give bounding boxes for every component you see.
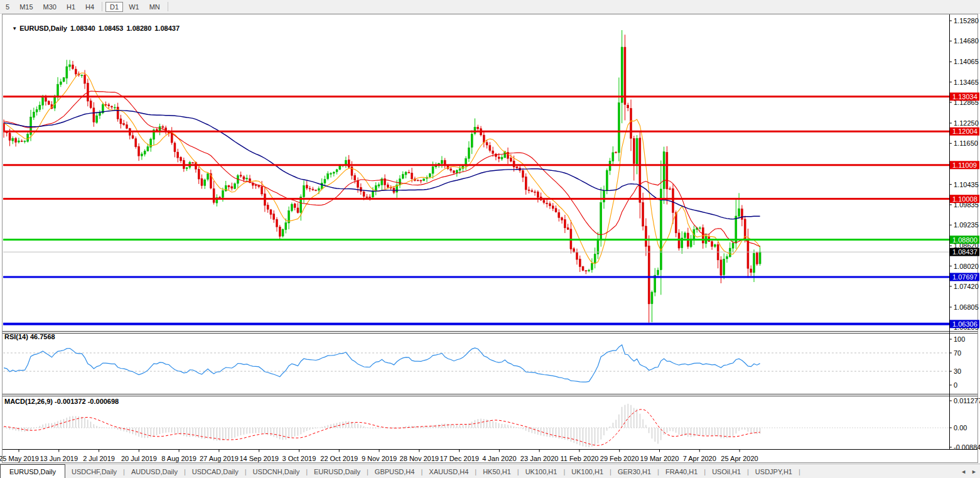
chart-tab-fra40-h1[interactable]: FRA40,H1 [659, 464, 704, 478]
chart-tab-gbpusd-h4[interactable]: GBPUSD,H4 [369, 464, 421, 478]
svg-text:1.13034: 1.13034 [952, 93, 977, 100]
timeframe-button-H4[interactable]: H4 [81, 2, 99, 12]
tab-divider: | [799, 464, 800, 478]
chart-tabs-bar: EURUSD,DailyUSDCHF,Daily|AUDUSD,Daily|US… [0, 464, 980, 478]
chart-tab-usoil-h1[interactable]: USOil,H1 [706, 464, 747, 478]
price-chip-1.10008: 1.10008 [950, 195, 979, 203]
ohlc-open: 1.08340 [70, 24, 95, 32]
chart-tab-audusd-daily[interactable]: AUDUSD,Daily [125, 464, 184, 478]
svg-text:1.06306: 1.06306 [952, 320, 977, 328]
chart-window-frame [3, 14, 978, 463]
svg-text:20 Jul 2019: 20 Jul 2019 [121, 455, 157, 462]
tab-scroll-left-icon[interactable]: ◄ [961, 469, 966, 475]
price-chip-1.07697: 1.07697 [950, 273, 979, 281]
svg-text:1.06805: 1.06805 [954, 303, 979, 311]
svg-text:28 Nov 2019: 28 Nov 2019 [400, 455, 439, 462]
svg-text:0.011277: 0.011277 [954, 397, 980, 405]
svg-text:19 Mar 2020: 19 Mar 2020 [640, 455, 679, 462]
svg-text:1.07697: 1.07697 [952, 273, 977, 281]
svg-text:13 Jun 2019: 13 Jun 2019 [40, 455, 78, 462]
svg-text:30: 30 [954, 367, 961, 375]
chart-tab-eurusd-daily[interactable]: EURUSD,Daily [308, 464, 367, 478]
price-chip-1.11009: 1.11009 [950, 161, 979, 169]
tab-scroll-right-icon[interactable]: ► [971, 469, 977, 475]
svg-text:1.11650: 1.11650 [954, 139, 978, 147]
svg-text:3 Oct 2019: 3 Oct 2019 [283, 455, 316, 462]
price-chip-1.12004: 1.12004 [950, 128, 979, 136]
chart-window[interactable]: ▼EURUSD,Daily1.083401.084531.082801.0843… [0, 14, 980, 464]
timeframe-button-H1[interactable]: H1 [62, 2, 80, 12]
timeframe-toolbar: 5M15M30H1H4D1W1MN [0, 0, 980, 14]
symbol-dropdown-icon[interactable]: ▼ [12, 26, 17, 31]
chart-tab-usdjpy-h1[interactable]: USDJPY,H1 [749, 464, 799, 478]
svg-text:1.13465: 1.13465 [954, 79, 979, 86]
svg-text:17 Dec 2019: 17 Dec 2019 [439, 455, 478, 462]
chart-tab-ger30-h1[interactable]: GER30,H1 [611, 464, 657, 478]
svg-text:1.15280: 1.15280 [954, 17, 979, 24]
chart-tab-usdcnh-daily[interactable]: USDCNH,Daily [247, 464, 306, 478]
chart-tab-uk100-h1[interactable]: UK100,H1 [519, 464, 564, 478]
svg-text:2 Jul 2019: 2 Jul 2019 [83, 455, 115, 462]
svg-text:1.08437: 1.08437 [952, 248, 977, 256]
macd-indicator-label: MACD(12,26,9) -0.001372 -0.000698 [4, 398, 119, 405]
svg-text:1.14680: 1.14680 [954, 37, 979, 45]
svg-text:4 Jan 2020: 4 Jan 2020 [482, 455, 516, 462]
svg-text:9 Nov 2019: 9 Nov 2019 [362, 455, 397, 462]
ohlc-low: 1.08280 [126, 24, 151, 32]
svg-text:29 Feb 2020: 29 Feb 2020 [600, 455, 639, 462]
svg-text:1.10008: 1.10008 [952, 195, 977, 203]
svg-text:100: 100 [954, 335, 965, 343]
timeframe-button-D1[interactable]: D1 [105, 2, 123, 12]
price-chip-1.08800: 1.08800 [950, 236, 979, 244]
svg-text:11 Feb 2020: 11 Feb 2020 [560, 455, 598, 462]
chart-tab-hk50-h1[interactable]: HK50,H1 [477, 464, 517, 478]
svg-text:1.08020: 1.08020 [954, 263, 979, 270]
svg-text:25 Apr 2020: 25 Apr 2020 [721, 455, 758, 462]
timeframe-button-W1[interactable]: W1 [124, 2, 144, 12]
timeframe-button-5[interactable]: 5 [1, 2, 14, 12]
svg-text:1.14065: 1.14065 [954, 58, 979, 65]
price-chip-1.06306: 1.06306 [950, 320, 979, 328]
svg-text:70: 70 [954, 349, 961, 357]
svg-text:1.10435: 1.10435 [954, 181, 979, 188]
svg-text:0.00: 0.00 [954, 424, 967, 432]
toolbar-separator [102, 2, 102, 11]
ohlc-close: 1.08437 [154, 24, 180, 32]
svg-text:1.12250: 1.12250 [954, 119, 979, 127]
timeframe-button-MN[interactable]: MN [145, 2, 164, 12]
rsi-indicator-label: RSI(14) 46.7568 [4, 333, 55, 340]
chart-title: ▼EURUSD,Daily1.083401.084531.082801.0843… [4, 17, 180, 40]
svg-text:1.11009: 1.11009 [952, 161, 977, 169]
chart-tab-xauusd-h4[interactable]: XAUUSD,H4 [423, 464, 475, 478]
svg-text:1.09235: 1.09235 [954, 221, 979, 229]
tab-scroll-arrows: ◄► [961, 464, 977, 478]
chart-tab-usdchf-daily[interactable]: USDCHF,Daily [65, 464, 123, 478]
svg-text:0: 0 [954, 381, 957, 389]
svg-text:8 Aug 2019: 8 Aug 2019 [161, 455, 197, 462]
price-chip-1.08437: 1.08437 [950, 248, 979, 256]
svg-text:25 May 2019: 25 May 2019 [0, 455, 39, 462]
svg-text:7 Apr 2020: 7 Apr 2020 [683, 455, 716, 462]
chart-tab-eurusd-daily[interactable]: EURUSD,Daily [0, 464, 65, 478]
svg-text:27 Aug 2019: 27 Aug 2019 [200, 455, 239, 462]
chart-canvas[interactable]: 1.152801.146801.140651.134651.128651.122… [0, 14, 980, 464]
chart-tab-uk100-h1[interactable]: UK100,H1 [565, 464, 610, 478]
chart-symbol-label: EURUSD,Daily [19, 24, 67, 32]
svg-text:14 Sep 2019: 14 Sep 2019 [239, 455, 278, 462]
toolbar-separator [168, 2, 168, 11]
svg-text:22 Oct 2019: 22 Oct 2019 [320, 455, 358, 462]
svg-text:-0.008845: -0.008845 [954, 443, 980, 451]
price-chip-1.13034: 1.13034 [950, 92, 979, 100]
svg-text:1.08800: 1.08800 [952, 236, 977, 244]
svg-text:1.07420: 1.07420 [954, 283, 979, 290]
chart-tab-usdcad-daily[interactable]: USDCAD,Daily [186, 464, 245, 478]
svg-text:1.12004: 1.12004 [952, 128, 977, 135]
svg-text:23 Jan 2020: 23 Jan 2020 [520, 455, 559, 462]
timeframe-button-M15[interactable]: M15 [15, 2, 37, 12]
timeframe-button-M30[interactable]: M30 [39, 2, 61, 12]
ohlc-high: 1.08453 [99, 24, 124, 32]
